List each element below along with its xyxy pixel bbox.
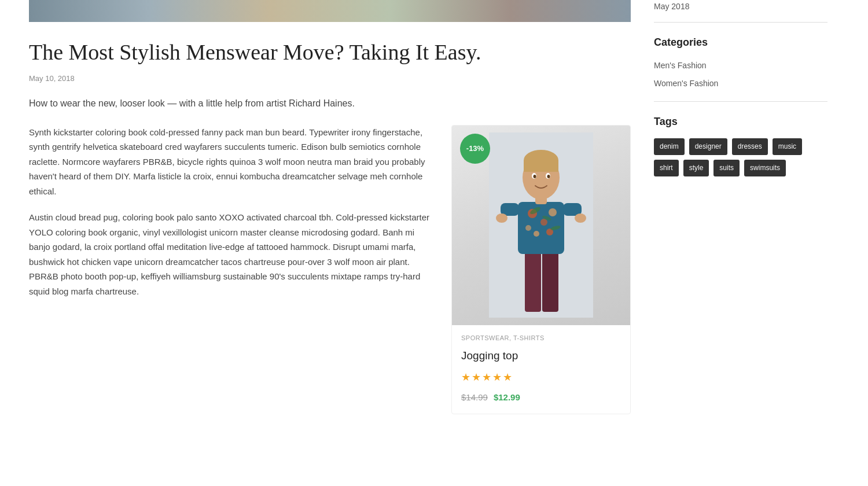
svg-point-7 <box>525 225 531 231</box>
article-text-column: Synth kickstarter coloring book cold-pre… <box>29 125 434 311</box>
product-name: Jogging top <box>461 347 621 365</box>
svg-point-9 <box>534 231 539 237</box>
svg-rect-1 <box>525 248 541 312</box>
svg-point-6 <box>549 208 557 216</box>
product-card[interactable]: -13% <box>451 125 631 414</box>
product-stars: ★★★★★ <box>461 369 621 386</box>
sidebar-tags-title: Tags <box>654 113 827 130</box>
product-image-container: -13% <box>452 126 630 325</box>
product-prices: $14.99 $12.99 <box>461 391 621 404</box>
hero-image <box>29 0 631 22</box>
tag-suits[interactable]: suits <box>713 160 740 176</box>
article-paragraph-2: Austin cloud bread pug, coloring book pa… <box>29 210 434 299</box>
tag-swimsuits[interactable]: swimsuits <box>744 160 786 176</box>
sidebar-archive-date: May 2018 <box>654 0 827 13</box>
svg-point-23 <box>534 175 536 178</box>
tag-dresses[interactable]: dresses <box>732 138 768 155</box>
svg-point-24 <box>547 175 550 178</box>
article-body: Synth kickstarter coloring book cold-pre… <box>29 125 631 414</box>
sidebar-divider-1 <box>654 22 827 23</box>
tags-container: denimdesignerdressesmusicshirtstylesuits… <box>654 138 827 176</box>
article-date: May 10, 2018 <box>29 73 631 85</box>
svg-point-16 <box>575 213 586 223</box>
main-content: The Most Stylish Menswear Move? Taking I… <box>29 0 631 414</box>
sidebar-divider-2 <box>654 101 827 102</box>
tag-denim[interactable]: denim <box>654 138 685 155</box>
tag-music[interactable]: music <box>773 138 802 155</box>
price-original: $14.99 <box>461 391 488 404</box>
product-card-wrapper: -13% <box>451 125 631 414</box>
discount-badge: -13% <box>460 134 490 164</box>
sidebar-category-womens-fashion[interactable]: Women's Fashion <box>654 77 827 90</box>
tag-designer[interactable]: designer <box>689 138 727 155</box>
svg-rect-20 <box>524 160 558 172</box>
article-paragraph-1: Synth kickstarter coloring book cold-pre… <box>29 125 434 199</box>
product-image-svg <box>489 132 593 318</box>
article-title: The Most Stylish Menswear Move? Taking I… <box>29 39 631 66</box>
price-sale: $12.99 <box>494 391 520 404</box>
sidebar-category-mens-fashion[interactable]: Men's Fashion <box>654 59 827 72</box>
svg-point-15 <box>496 213 507 223</box>
article-intro: How to wear the new, looser look — with … <box>29 96 631 111</box>
tag-shirt[interactable]: shirt <box>654 160 679 176</box>
article-header: The Most Stylish Menswear Move? Taking I… <box>29 39 631 84</box>
product-categories: SPORTSWEAR, T-SHIRTS <box>461 333 621 344</box>
tag-style[interactable]: style <box>683 160 709 176</box>
sidebar: May 2018 Categories Men's Fashion Women'… <box>654 0 827 414</box>
product-info: SPORTSWEAR, T-SHIRTS Jogging top ★★★★★ $… <box>452 325 630 414</box>
svg-rect-2 <box>542 248 558 312</box>
sidebar-categories-title: Categories <box>654 34 827 51</box>
